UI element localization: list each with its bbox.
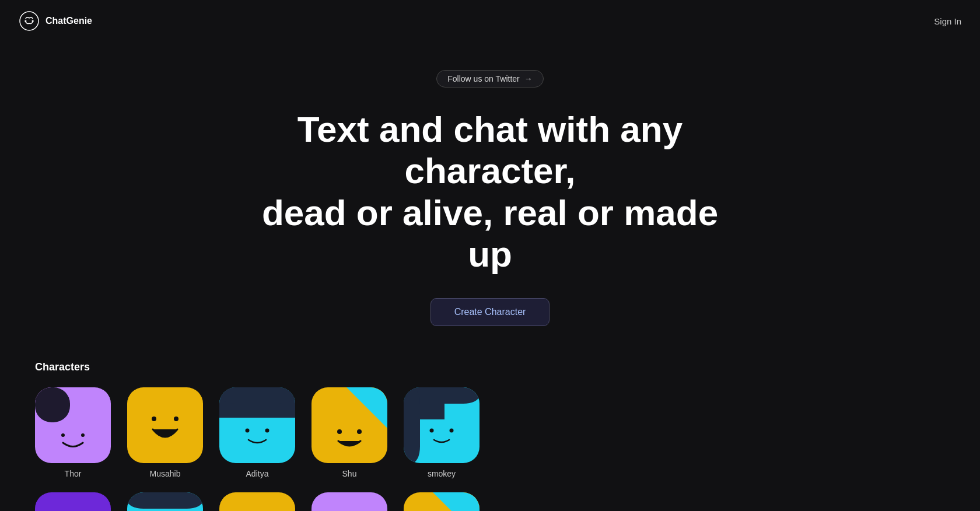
- smokey-avatar-svg: [404, 387, 480, 463]
- svg-point-15: [357, 429, 362, 434]
- svg-marker-33: [433, 492, 480, 511]
- twitter-arrow-icon: →: [524, 74, 533, 83]
- svg-rect-3: [35, 387, 70, 422]
- r2-5-avatar-svg: [404, 492, 480, 511]
- character-card-aditya[interactable]: Aditya: [219, 387, 295, 478]
- characters-section: Characters Thor: [0, 361, 980, 511]
- twitter-badge-text: Follow us on Twitter: [447, 74, 519, 83]
- character-card-r2-2[interactable]: [127, 492, 203, 511]
- character-card-r2-1[interactable]: [35, 492, 111, 511]
- hero-title-line2: dead or alive, real or made up: [262, 192, 718, 274]
- character-name-smokey: smokey: [428, 469, 456, 478]
- character-card-thor[interactable]: Thor: [35, 387, 111, 478]
- svg-point-5: [81, 433, 85, 437]
- svg-rect-25: [127, 492, 203, 509]
- navbar: ChatGenie Sign In: [0, 0, 980, 42]
- svg-point-20: [450, 429, 454, 433]
- svg-point-11: [265, 429, 270, 433]
- r2-3-avatar-svg: [219, 492, 295, 511]
- svg-point-2: [32, 20, 34, 22]
- character-card-musahib[interactable]: Musahib: [127, 387, 203, 478]
- character-card-r2-5[interactable]: [404, 492, 480, 511]
- character-card-r2-4[interactable]: [312, 492, 387, 511]
- character-card-smokey[interactable]: smokey: [404, 387, 480, 478]
- svg-point-4: [61, 433, 65, 437]
- r2-2-avatar-svg: [127, 492, 203, 511]
- sign-in-button[interactable]: Sign In: [934, 16, 961, 26]
- hero-title-line1: Text and chat with any character,: [298, 109, 682, 191]
- hero-section: Follow us on Twitter → Text and chat wit…: [0, 42, 980, 361]
- shu-avatar-svg: [312, 387, 387, 463]
- characters-row-1: Thor Musahib: [35, 387, 945, 478]
- character-card-r2-3[interactable]: [219, 492, 295, 511]
- twitter-badge[interactable]: Follow us on Twitter →: [436, 70, 543, 88]
- characters-heading: Characters: [35, 361, 945, 373]
- character-card-shu[interactable]: Shu: [312, 387, 387, 478]
- character-name-aditya: Aditya: [246, 469, 269, 478]
- create-character-button[interactable]: Create Character: [430, 298, 550, 326]
- svg-point-0: [20, 12, 38, 30]
- svg-point-14: [337, 429, 342, 434]
- svg-point-1: [25, 20, 27, 22]
- hero-title: Text and chat with any character, dead o…: [251, 108, 729, 275]
- logo[interactable]: ChatGenie: [19, 10, 92, 32]
- aditya-avatar-svg: [219, 387, 295, 463]
- svg-point-19: [430, 429, 434, 433]
- svg-marker-13: [346, 387, 387, 428]
- logo-icon: [19, 10, 40, 32]
- character-name-musahib: Musahib: [150, 469, 181, 478]
- svg-rect-18: [404, 387, 420, 463]
- r2-1-avatar-svg: [35, 492, 111, 511]
- svg-rect-9: [219, 387, 295, 404]
- svg-rect-21: [35, 492, 111, 511]
- svg-point-10: [246, 429, 250, 433]
- r2-4-avatar-svg: [312, 492, 387, 511]
- logo-text: ChatGenie: [46, 16, 92, 26]
- thor-avatar-svg: [35, 387, 111, 463]
- musahib-avatar-svg: [127, 387, 203, 463]
- characters-row-2: [35, 492, 945, 511]
- svg-point-7: [174, 416, 178, 421]
- character-name-shu: Shu: [342, 469, 357, 478]
- svg-point-6: [152, 416, 156, 421]
- character-name-thor: Thor: [65, 469, 82, 478]
